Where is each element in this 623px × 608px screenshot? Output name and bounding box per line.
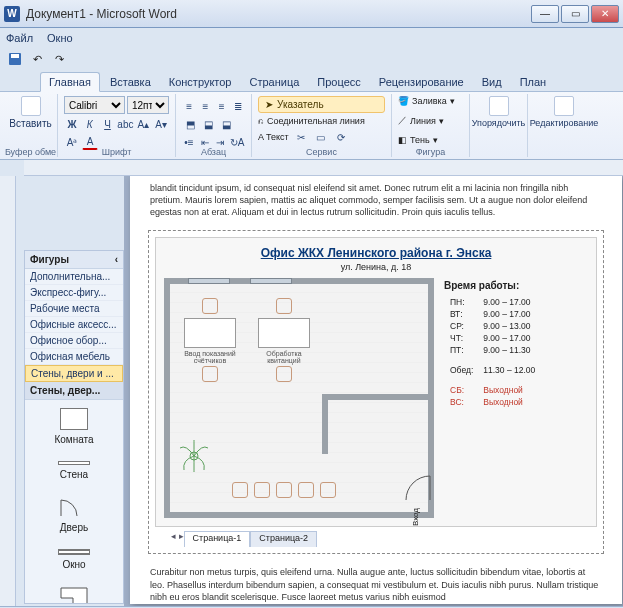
stencil-room[interactable]: Комната (25, 400, 123, 453)
font-group-label: Шрифт (58, 147, 175, 157)
group-editing: Редактирование (528, 94, 600, 157)
justify-button[interactable]: ≣ (231, 98, 245, 114)
editing-label: Редактирование (530, 118, 599, 128)
drawing-tab[interactable]: Страница-2 (250, 531, 317, 547)
select-button[interactable]: ▭ (313, 129, 329, 145)
shadow-button[interactable]: ◧Тень ▾ (398, 135, 463, 145)
menu-file[interactable]: Файл (6, 32, 33, 44)
fill-button[interactable]: 🪣Заливка ▾ (398, 96, 463, 106)
text-icon: A (258, 132, 264, 142)
tab-review[interactable]: Рецензирование (371, 73, 472, 91)
plan-station-label: Обработка квитанций (254, 350, 314, 364)
italic-button[interactable]: К (82, 116, 98, 132)
plan-chair (276, 482, 292, 498)
font-size-select[interactable]: 12пт (127, 96, 169, 114)
shapes-category[interactable]: Офисное обор... (25, 333, 123, 349)
app-icon: W (4, 6, 20, 22)
plan-title: Офис ЖКХ Ленинского района г. Энска (164, 246, 588, 260)
group-paragraph: ≡ ≡ ≡ ≣ ⬒ ⬓ ⬓ •≡ ⇤ ⇥ ↻A Абзац (176, 94, 252, 157)
stencil-corner-room[interactable]: Угловая комната (25, 578, 123, 604)
body-text-bottom: Curabitur non metus turpis, quis eleifen… (130, 560, 622, 606)
strike-button[interactable]: abc (117, 116, 133, 132)
ruler-vertical[interactable] (0, 176, 16, 606)
shapes-category[interactable]: Офисные аксесс... (25, 317, 123, 333)
workspace: Фигуры ‹ Дополнительна... Экспресс-фигу.… (0, 176, 623, 606)
plan-wall (322, 394, 328, 454)
tab-page[interactable]: Страница (241, 73, 307, 91)
align-top-button[interactable]: ⬒ (182, 116, 198, 132)
arrange-label: Упорядочить (472, 118, 526, 128)
tab-constructor[interactable]: Конструктор (161, 73, 240, 91)
save-icon[interactable] (6, 50, 24, 68)
shapes-category-selected[interactable]: Стены, двери и ... (25, 365, 123, 382)
bold-button[interactable]: Ж (64, 116, 80, 132)
shapes-panel-header: Фигуры ‹ (25, 251, 123, 269)
connector-icon: ⎌ (258, 116, 263, 126)
text-tool-button[interactable]: A Текст (258, 132, 289, 142)
plan-plant (176, 438, 212, 474)
shadow-label: Тень (410, 135, 430, 145)
group-font: Calibri 12пт Ж К Ч abc A▴ A▾ Aᵃ A Шрифт (58, 94, 176, 157)
group-clipboard: Вставить Буфер обме (4, 94, 58, 157)
align-right-button[interactable]: ≡ (215, 98, 229, 114)
align-center-button[interactable]: ≡ (198, 98, 212, 114)
align-bottom-button[interactable]: ⬓ (218, 116, 234, 132)
plan-info: Время работы: ПН:9.00 – 17.00 ВТ:9.00 – … (444, 278, 588, 518)
underline-button[interactable]: Ч (100, 116, 116, 132)
menu-window[interactable]: Окно (47, 32, 73, 44)
stencil-door[interactable]: Дверь (25, 488, 123, 541)
redo-icon[interactable]: ↷ (50, 50, 68, 68)
tab-home[interactable]: Главная (40, 72, 100, 92)
plan-chair (202, 366, 218, 382)
document-page: blandit tincidunt ipsum, id consequat ni… (130, 176, 622, 604)
stencil-header: Стены, двер... (25, 382, 123, 400)
tab-view[interactable]: Вид (474, 73, 510, 91)
clipboard-group-label: Буфер обме (4, 147, 57, 157)
embedded-drawing[interactable]: Офис ЖКХ Ленинского района г. Энска ул. … (148, 230, 604, 554)
plan-desk (258, 318, 310, 348)
tab-plan[interactable]: План (512, 73, 555, 91)
align-left-button[interactable]: ≡ (182, 98, 196, 114)
group-shape: 🪣Заливка ▾ ／Линия ▾ ◧Тень ▾ Фигура (392, 94, 470, 157)
line-button[interactable]: ／Линия ▾ (398, 114, 463, 127)
shapes-category[interactable]: Офисная мебель (25, 349, 123, 365)
paragraph-group-label: Абзац (176, 147, 251, 157)
crop-button[interactable]: ✂ (293, 129, 309, 145)
ruler-horizontal[interactable] (24, 160, 623, 176)
shapes-category[interactable]: Рабочие места (25, 301, 123, 317)
page-area[interactable]: blandit tincidunt ipsum, id consequat ni… (124, 176, 623, 606)
plan-entrance-label: Вход (411, 508, 420, 526)
plan-chair (254, 482, 270, 498)
ribbon-tabs: Главная Вставка Конструктор Страница Про… (0, 70, 623, 92)
grow-font-button[interactable]: A▴ (135, 116, 151, 132)
floor-plan: Ввод показаний счётчиков Обработка квита… (164, 278, 434, 518)
body-text-top: blandit tincidunt ipsum, id consequat ni… (130, 176, 622, 224)
tab-process[interactable]: Процесс (309, 73, 368, 91)
align-middle-button[interactable]: ⬓ (200, 116, 216, 132)
drawing-page-tabs: ◂ ▸ Страница-1 Страница-2 (171, 531, 613, 547)
drawing-tab[interactable]: Страница-1 (184, 531, 251, 547)
shapes-category[interactable]: Экспресс-фигу... (25, 285, 123, 301)
minimize-button[interactable]: — (531, 5, 559, 23)
tab-insert[interactable]: Вставка (102, 73, 159, 91)
rotate-button[interactable]: ⟳ (333, 129, 349, 145)
stencil-window[interactable]: Окно (25, 541, 123, 578)
line-label: Линия (410, 116, 436, 126)
undo-icon[interactable]: ↶ (28, 50, 46, 68)
plan-window (250, 278, 292, 284)
close-button[interactable]: ✕ (591, 5, 619, 23)
maximize-button[interactable]: ▭ (561, 5, 589, 23)
shrink-font-button[interactable]: A▾ (153, 116, 169, 132)
plan-window (188, 278, 230, 284)
paste-label: Вставить (9, 118, 51, 129)
editing-button[interactable]: Редактирование (534, 96, 594, 128)
paste-button[interactable]: Вставить (10, 96, 51, 129)
menu-bar: Файл Окно (0, 28, 623, 48)
connector-tool-button[interactable]: ⎌ Соединительная линия (258, 116, 385, 126)
pointer-tool-button[interactable]: ➤ Указатель (258, 96, 385, 113)
hours-table: ПН:9.00 – 17.00 ВТ:9.00 – 17.00 СР:9.00 … (444, 295, 541, 409)
stencil-wall[interactable]: Стена (25, 453, 123, 488)
font-name-select[interactable]: Calibri (64, 96, 125, 114)
shapes-category[interactable]: Дополнительна... (25, 269, 123, 285)
arrange-button[interactable]: Упорядочить (476, 96, 521, 128)
